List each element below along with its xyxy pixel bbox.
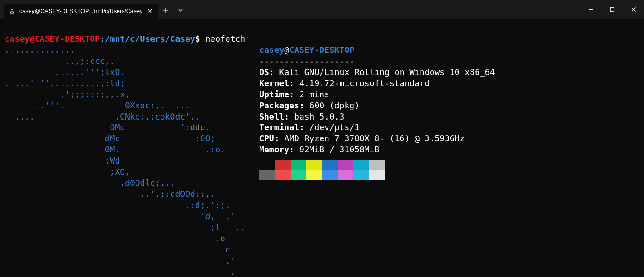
- color-swatch: [353, 160, 369, 170]
- tux-icon: [8, 7, 16, 15]
- color-swatch: [353, 170, 369, 180]
- color-palette: [259, 160, 495, 180]
- svg-point-6: [12, 9, 13, 10]
- color-swatch: [259, 170, 275, 180]
- memory-key: Memory: [259, 145, 289, 154]
- titlebar-left: casey@CASEY-DESKTOP: /mnt/c/Users/Casey: [0, 0, 188, 19]
- prompt-user: casey@CASEY-DESKTOP: [5, 34, 100, 44]
- svg-point-8: [12, 14, 14, 15]
- color-swatch: [291, 160, 306, 170]
- info-at: @: [284, 45, 289, 55]
- os-key: OS: [259, 67, 269, 77]
- system-info: casey@CASEY-DESKTOP ------------------- …: [245, 44, 495, 277]
- color-swatch: [369, 160, 385, 170]
- packages-key: Packages: [259, 101, 299, 110]
- svg-point-7: [10, 14, 12, 15]
- color-swatch: [322, 160, 338, 170]
- os-value: Kali GNU/Linux Rolling on Windows 10 x86…: [279, 67, 495, 77]
- info-divider: -------------------: [259, 56, 354, 66]
- memory-value: 92MiB / 31058MiB: [299, 145, 379, 154]
- tab-close-button[interactable]: [146, 7, 154, 15]
- maximize-button[interactable]: [601, 0, 623, 19]
- color-swatch: [338, 170, 353, 180]
- terminal-viewport[interactable]: casey@CASEY-DESKTOP:/mnt/c/Users/Casey$ …: [0, 19, 644, 277]
- info-user: casey: [259, 45, 284, 55]
- new-tab-button[interactable]: [158, 3, 173, 18]
- palette-row-1: [259, 160, 495, 170]
- window-controls: [580, 0, 644, 19]
- prompt-colon: :: [100, 34, 105, 44]
- neofetch-output: .............. ..,;:ccc,. ......''';lxO.…: [5, 44, 639, 277]
- tab-title: casey@CASEY-DESKTOP: /mnt/c/Users/Casey: [19, 8, 142, 14]
- minimize-button[interactable]: [580, 0, 601, 19]
- color-swatch: [275, 170, 291, 180]
- color-swatch: [275, 160, 291, 170]
- color-swatch: [338, 160, 353, 170]
- color-swatch: [306, 170, 322, 180]
- color-swatch: [306, 160, 322, 170]
- cpu-key: CPU: [259, 133, 274, 143]
- color-swatch: [369, 170, 385, 180]
- terminal-tab[interactable]: casey@CASEY-DESKTOP: /mnt/c/Users/Casey: [4, 4, 158, 19]
- kernel-key: Kernel: [259, 78, 289, 88]
- prompt-path: /mnt/c/Users/Casey: [105, 34, 195, 44]
- shell-value: bash 5.0.3: [294, 112, 344, 121]
- prompt-dollar: $: [195, 34, 200, 44]
- svg-point-2: [11, 11, 13, 14]
- close-button[interactable]: [623, 0, 644, 19]
- command-text: neofetch: [205, 34, 246, 44]
- palette-row-2: [259, 170, 495, 180]
- svg-rect-9: [610, 7, 614, 11]
- packages-value: 600 (dpkg): [310, 101, 359, 110]
- shell-key: Shell: [259, 112, 284, 121]
- uptime-value: 2 mins: [299, 89, 329, 99]
- titlebar: casey@CASEY-DESKTOP: /mnt/c/Users/Casey: [0, 0, 644, 19]
- info-host: CASEY-DESKTOP: [289, 45, 354, 55]
- kernel-value: 4.19.72-microsoft-standard: [299, 78, 430, 88]
- uptime-key: Uptime: [259, 89, 289, 99]
- tab-dropdown-button[interactable]: [173, 3, 188, 18]
- terminal-value: /dev/pts/1: [310, 122, 359, 132]
- color-swatch: [259, 160, 275, 170]
- terminal-key: Terminal: [259, 122, 299, 132]
- color-swatch: [291, 170, 306, 180]
- ascii-art: .............. ..,;:ccc,. ......''';lxO.…: [5, 44, 245, 277]
- cpu-value: AMD Ryzen 7 3700X 8- (16) @ 3.593GHz: [284, 133, 464, 143]
- svg-point-5: [12, 9, 12, 10]
- color-swatch: [322, 170, 338, 180]
